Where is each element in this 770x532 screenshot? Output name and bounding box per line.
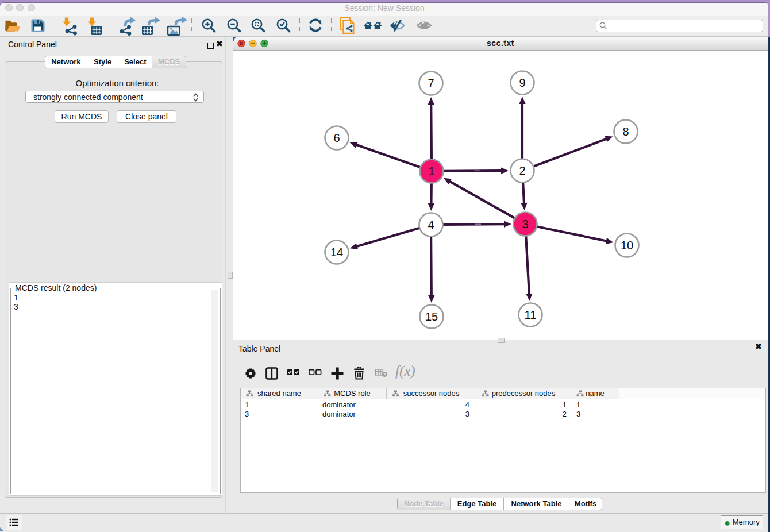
svg-text:6: 6: [333, 132, 340, 144]
svg-text:14: 14: [330, 246, 343, 259]
svg-text:7: 7: [428, 77, 434, 90]
svg-text:9: 9: [519, 76, 525, 89]
svg-text:11: 11: [525, 309, 537, 321]
svg-text:1: 1: [428, 165, 434, 178]
svg-text:10: 10: [621, 239, 633, 252]
svg-text:4: 4: [428, 218, 434, 231]
svg-text:8: 8: [622, 125, 629, 138]
svg-text:2: 2: [519, 164, 525, 177]
svg-text:15: 15: [425, 310, 438, 323]
svg-text:3: 3: [522, 218, 528, 230]
